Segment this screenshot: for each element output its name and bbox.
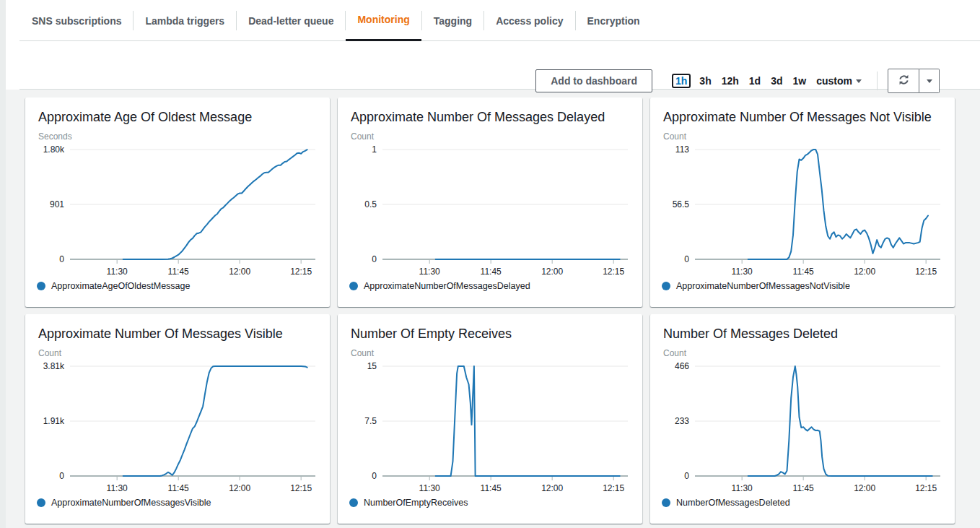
tab-encryption[interactable]: Encryption (576, 0, 652, 41)
refresh-options-button[interactable] (919, 69, 940, 93)
chart-card-age-of-oldest-message: Approximate Age Of Oldest Message Second… (25, 98, 330, 307)
svg-text:11:30: 11:30 (107, 483, 128, 493)
svg-text:12:15: 12:15 (290, 483, 312, 493)
chart-canvas[interactable]: 3.81k1.91k011:3011:4512:0012:15 (37, 360, 320, 497)
svg-text:12:00: 12:00 (229, 483, 250, 493)
chart-legend: ApproximateNumberOfMessagesDelayed (349, 281, 632, 291)
svg-text:12:00: 12:00 (541, 267, 563, 277)
refresh-icon (898, 74, 910, 88)
svg-text:11:30: 11:30 (419, 267, 440, 277)
svg-text:0: 0 (59, 471, 64, 481)
chart-card-messages-deleted: Number Of Messages Deleted Count 4662330… (650, 314, 955, 524)
tab-sns-subscriptions[interactable]: SNS subscriptions (20, 0, 133, 41)
time-range-12h[interactable]: 12h (722, 75, 739, 87)
add-to-dashboard-button[interactable]: Add to dashboard (535, 69, 652, 92)
time-range-1h[interactable]: 1h (672, 74, 691, 88)
tab-tagging[interactable]: Tagging (422, 0, 484, 41)
chart-card-messages-visible: Approximate Number Of Messages Visible C… (25, 314, 330, 524)
svg-text:12:15: 12:15 (915, 267, 937, 277)
chart-card-empty-receives: Number Of Empty Receives Count 157.5011:… (338, 314, 642, 524)
refresh-button[interactable] (888, 69, 919, 93)
chart-card-messages-not-visible: Approximate Number Of Messages Not Visib… (650, 98, 955, 307)
chart-title: Approximate Number Of Messages Delayed (351, 108, 632, 126)
svg-text:11:30: 11:30 (732, 267, 753, 277)
svg-text:15: 15 (367, 361, 377, 371)
legend-marker (662, 282, 670, 290)
time-range-3h[interactable]: 3h (699, 75, 711, 87)
svg-text:11:45: 11:45 (793, 267, 814, 277)
monitoring-content: Approximate Age Of Oldest Message Second… (0, 90, 980, 528)
svg-text:0: 0 (684, 471, 689, 481)
metrics-toolbar: Add to dashboard 1h 3h 12h 1d 3d 1w cust… (535, 69, 940, 93)
svg-text:56.5: 56.5 (673, 199, 690, 209)
legend-label: ApproximateNumberOfMessagesVisible (51, 498, 211, 508)
svg-text:113: 113 (675, 144, 689, 155)
svg-text:0: 0 (372, 254, 377, 264)
legend-label: NumberOfEmptyReceives (364, 498, 468, 508)
refresh-split-button (888, 69, 940, 93)
chart-legend: ApproximateNumberOfMessagesVisible (37, 498, 320, 508)
svg-text:0: 0 (59, 254, 64, 264)
page-left-margin (0, 0, 6, 528)
chart-title: Approximate Number Of Messages Not Visib… (663, 108, 945, 126)
legend-label: ApproximateNumberOfMessagesDelayed (364, 281, 530, 291)
caret-down-icon (927, 79, 932, 83)
y-axis-unit-label: Count (351, 348, 632, 358)
chart-legend: ApproximateNumberOfMessagesNotVisible (662, 281, 945, 291)
svg-text:901: 901 (50, 199, 64, 209)
toolbar-divider (877, 72, 878, 90)
svg-text:11:45: 11:45 (481, 483, 502, 493)
tab-monitoring[interactable]: Monitoring (346, 0, 421, 41)
y-axis-unit-label: Count (351, 131, 632, 142)
y-axis-unit-label: Count (38, 348, 320, 358)
chart-legend: NumberOfMessagesDeleted (662, 498, 945, 508)
svg-text:12:15: 12:15 (915, 483, 937, 493)
svg-text:11:45: 11:45 (168, 483, 189, 493)
chart-title: Number Of Empty Receives (351, 325, 632, 342)
chart-title: Approximate Age Of Oldest Message (38, 108, 320, 126)
legend-marker (37, 282, 45, 290)
svg-text:11:30: 11:30 (107, 267, 128, 277)
svg-text:12:00: 12:00 (541, 483, 563, 493)
chart-card-messages-delayed: Approximate Number Of Messages Delayed C… (338, 98, 642, 307)
legend-marker (37, 498, 45, 507)
chart-canvas[interactable]: 11356.5011:3011:4512:0012:15 (662, 143, 945, 280)
svg-text:11:30: 11:30 (732, 483, 753, 493)
y-axis-unit-label: Seconds (38, 131, 320, 142)
svg-text:0.5: 0.5 (364, 199, 377, 209)
legend-marker (662, 498, 670, 507)
chart-canvas[interactable]: 10.5011:3011:4512:0012:15 (349, 143, 632, 280)
tab-dead-letter-queue[interactable]: Dead-letter queue (237, 0, 345, 41)
time-range-custom[interactable]: custom (816, 75, 862, 87)
legend-marker (349, 282, 358, 290)
chart-canvas[interactable]: 157.5011:3011:4512:0012:15 (349, 360, 632, 497)
svg-text:11:45: 11:45 (793, 483, 814, 493)
svg-text:11:45: 11:45 (168, 267, 189, 277)
svg-text:12:00: 12:00 (854, 267, 875, 277)
chart-grid: Approximate Age Of Oldest Message Second… (25, 98, 955, 524)
chart-canvas[interactable]: 466233011:3011:4512:0012:15 (662, 360, 945, 497)
svg-text:12:15: 12:15 (603, 267, 624, 277)
time-range-1w[interactable]: 1w (793, 75, 807, 87)
time-range-3d[interactable]: 3d (771, 75, 782, 87)
svg-text:11:30: 11:30 (419, 483, 440, 493)
svg-text:1: 1 (372, 144, 377, 155)
svg-text:1.91k: 1.91k (43, 416, 65, 426)
chart-canvas[interactable]: 1.80k901011:3011:4512:0012:15 (37, 143, 320, 280)
legend-marker (349, 498, 358, 507)
svg-text:12:00: 12:00 (229, 267, 250, 277)
svg-text:466: 466 (675, 361, 689, 371)
chart-title: Number Of Messages Deleted (663, 325, 945, 342)
svg-text:0: 0 (372, 471, 377, 481)
svg-text:12:00: 12:00 (854, 483, 875, 493)
tab-access-policy[interactable]: Access policy (484, 0, 574, 41)
time-range-selector: 1h 3h 12h 1d 3d 1w custom (668, 74, 867, 88)
tab-bar: SNS subscriptions Lambda triggers Dead-l… (0, 0, 980, 41)
svg-text:3.81k: 3.81k (43, 361, 65, 371)
time-range-1d[interactable]: 1d (749, 75, 761, 87)
svg-text:11:45: 11:45 (481, 267, 502, 277)
tab-lambda-triggers[interactable]: Lambda triggers (134, 0, 236, 41)
chart-title: Approximate Number Of Messages Visible (38, 325, 320, 342)
svg-text:12:15: 12:15 (603, 483, 624, 493)
legend-label: NumberOfMessagesDeleted (676, 498, 790, 508)
